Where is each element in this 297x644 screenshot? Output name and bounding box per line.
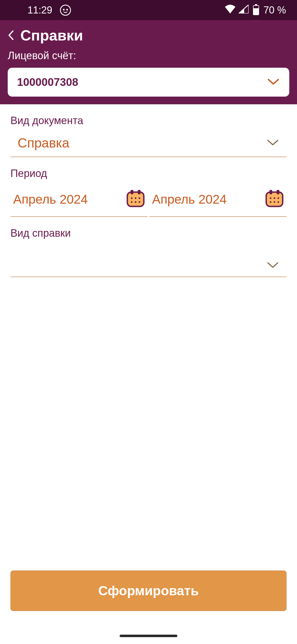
- account-label: Лицевой счёт:: [8, 50, 289, 62]
- svg-rect-1: [131, 190, 133, 194]
- svg-rect-11: [277, 190, 279, 194]
- svg-point-8: [139, 201, 140, 203]
- status-left: 11:29: [28, 4, 71, 16]
- chevron-down-icon: [266, 261, 279, 270]
- spacer: [10, 288, 287, 571]
- account-value: 1000007308: [17, 76, 78, 88]
- doc-type-select[interactable]: Справка: [10, 135, 287, 157]
- app-header: Справки Лицевой счёт: 1000007308: [0, 20, 297, 104]
- content-area: Вид документа Справка Период Апрель 2024…: [0, 104, 297, 627]
- ref-type-select[interactable]: [10, 248, 287, 277]
- battery-percent: 70 %: [263, 4, 286, 16]
- nav-handle[interactable]: [120, 635, 177, 637]
- svg-point-15: [270, 201, 271, 203]
- status-bar: 11:29 70 %: [0, 0, 297, 20]
- wifi-icon: [224, 4, 236, 16]
- doc-type-value: Справка: [18, 135, 69, 151]
- status-right: 70 %: [224, 4, 286, 16]
- header-top-row: Справки: [8, 27, 289, 44]
- svg-point-12: [270, 197, 271, 199]
- svg-point-5: [139, 197, 140, 199]
- svg-point-16: [274, 201, 275, 203]
- svg-point-13: [274, 197, 275, 199]
- svg-point-3: [131, 197, 133, 199]
- period-from-field[interactable]: Апрель 2024: [10, 188, 148, 217]
- period-row: Апрель 2024 Апрель 2024: [10, 188, 287, 217]
- account-select[interactable]: 1000007308: [8, 68, 289, 97]
- calendar-icon: [264, 188, 285, 210]
- period-to-field[interactable]: Апрель 2024: [149, 188, 287, 217]
- period-label: Период: [10, 168, 287, 179]
- signal-icon: [239, 4, 249, 16]
- svg-rect-9: [266, 192, 283, 206]
- chevron-down-icon: [266, 139, 279, 148]
- svg-point-17: [277, 201, 279, 203]
- svg-rect-0: [127, 192, 144, 206]
- nav-bar: [0, 627, 297, 644]
- back-icon[interactable]: [8, 30, 14, 41]
- svg-point-4: [135, 197, 136, 199]
- page-title: Справки: [20, 27, 83, 44]
- svg-point-6: [131, 201, 133, 203]
- battery-icon: [253, 5, 259, 15]
- svg-point-14: [277, 197, 279, 199]
- doc-type-label: Вид документа: [10, 115, 287, 127]
- submit-button[interactable]: Сформировать: [10, 571, 287, 611]
- svg-point-7: [135, 201, 136, 203]
- svg-rect-2: [138, 190, 141, 194]
- calendar-icon: [125, 188, 146, 210]
- period-to-value: Апрель 2024: [152, 192, 227, 207]
- ref-type-label: Вид справки: [10, 227, 287, 239]
- face-icon: [60, 5, 71, 16]
- status-time: 11:29: [28, 4, 52, 16]
- period-from-value: Апрель 2024: [13, 192, 88, 207]
- chevron-down-icon: [267, 78, 280, 87]
- svg-rect-10: [270, 190, 272, 194]
